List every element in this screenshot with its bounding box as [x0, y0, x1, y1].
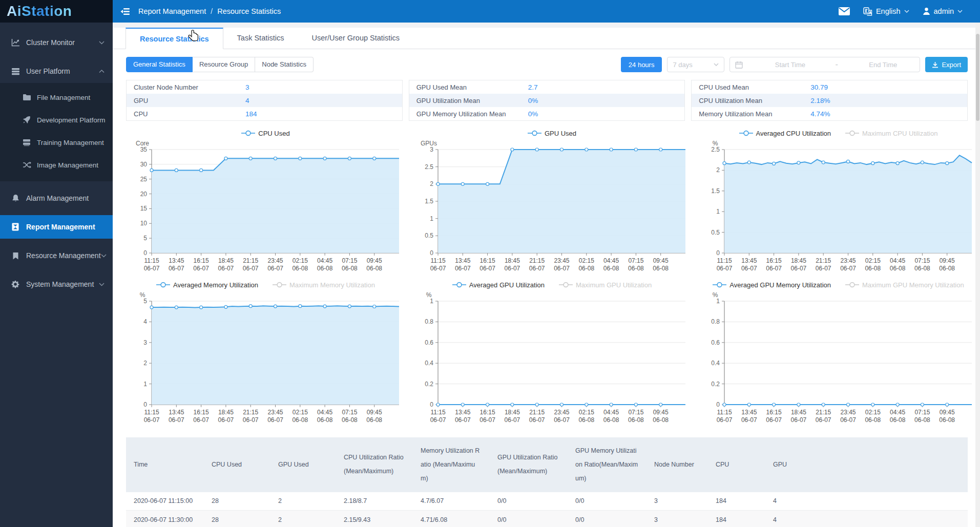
- sidebar-item-label: Development Platform: [37, 116, 106, 124]
- table-cell: 28: [204, 511, 270, 527]
- svg-text:21:15: 21:15: [243, 257, 258, 264]
- svg-text:06-07: 06-07: [267, 265, 283, 272]
- svg-text:18:45: 18:45: [505, 409, 520, 416]
- sidebar-item-label: Image Management: [37, 161, 98, 169]
- sidebar-item-resource-management[interactable]: Resource Management: [0, 244, 113, 267]
- language-label: English: [876, 7, 901, 15]
- export-button[interactable]: Export: [925, 57, 968, 72]
- sidebar-item-system-management[interactable]: System Management: [0, 272, 113, 296]
- sidebar-item-cluster-monitor[interactable]: Cluster Monitor: [0, 31, 113, 54]
- sidebar-item-user-platform[interactable]: User Platform: [0, 59, 113, 83]
- svg-text:23:45: 23:45: [267, 257, 283, 264]
- svg-text:09:45: 09:45: [367, 257, 382, 264]
- sidebar: AiStation Cluster MonitorUser PlatformFi…: [0, 0, 113, 527]
- svg-text:11:15: 11:15: [144, 257, 159, 264]
- range-24hours-button[interactable]: 24 hours: [621, 57, 662, 72]
- summary-label: Memory Utilization Mean: [699, 110, 810, 118]
- subtab-general-statistics[interactable]: General Statistics: [126, 57, 193, 72]
- svg-text:%: %: [713, 291, 718, 299]
- sidebar-item-development-platform[interactable]: Development Platform: [0, 109, 113, 131]
- tab-task-statistics[interactable]: Task Statistics: [223, 28, 298, 49]
- svg-text:%: %: [140, 291, 145, 299]
- table-cell: 2: [270, 511, 336, 527]
- svg-text:09:45: 09:45: [940, 409, 955, 416]
- svg-text:1: 1: [430, 298, 433, 305]
- legend-item-cpu-used[interactable]: CPU Used: [241, 130, 289, 137]
- svg-text:06-08: 06-08: [366, 416, 382, 424]
- svg-text:07:15: 07:15: [342, 409, 357, 416]
- summary-row-cpu-used-mean: CPU Used Mean30.79: [692, 80, 967, 94]
- legend-marker-icon: [241, 130, 255, 136]
- sidebar-item-image-management[interactable]: Image Management: [0, 154, 113, 176]
- range-7days-select[interactable]: 7 days: [667, 57, 724, 72]
- svg-text:06-08: 06-08: [890, 416, 906, 424]
- legend-item-averaged-memory-utilization[interactable]: Averaged Memory Utilization: [156, 281, 258, 289]
- summary-value: 0%: [528, 97, 538, 104]
- breadcrumb-parent[interactable]: Report Management: [138, 7, 206, 15]
- language-switcher[interactable]: English: [859, 7, 913, 16]
- svg-text:02:15: 02:15: [865, 409, 881, 416]
- export-label: Export: [942, 61, 961, 69]
- legend-item-maximum-cpu-utilization[interactable]: Maximum CPU Utilization: [845, 130, 937, 137]
- legend-marker-icon: [739, 130, 753, 136]
- svg-text:09:45: 09:45: [653, 409, 669, 416]
- svg-text:13:45: 13:45: [741, 257, 757, 264]
- sidebar-item-training-management[interactable]: Training Management: [0, 131, 113, 154]
- svg-text:06-07: 06-07: [267, 416, 283, 424]
- table-header-cell: GPU Memory Utilization Ratio(Mean/Maximu…: [568, 437, 647, 492]
- table-header-cell: CPU Used: [204, 437, 270, 492]
- sidebar-submenu: File ManagementDevelopment PlatformTrain…: [0, 83, 113, 181]
- svg-text:06-07: 06-07: [717, 265, 733, 272]
- subtab-resource-group[interactable]: Resource Group: [193, 57, 255, 72]
- legend-marker-icon: [452, 282, 466, 288]
- start-time-input[interactable]: [745, 61, 835, 69]
- folder-icon: [22, 93, 31, 102]
- collapse-menu-icon[interactable]: [120, 7, 130, 16]
- svg-text:06-08: 06-08: [628, 416, 644, 424]
- summary-label: Cluster Node Number: [134, 83, 245, 91]
- table-cell: 0/0: [490, 492, 568, 511]
- sidebar-item-file-management[interactable]: File Management: [0, 86, 113, 109]
- subtab-node-statistics[interactable]: Node Statistics: [255, 57, 314, 72]
- vertical-scrollbar[interactable]: [975, 23, 980, 527]
- chevron-down-icon: [957, 10, 963, 13]
- summary-label: GPU: [134, 97, 245, 104]
- legend-item-maximum-gpu-memory-utilization[interactable]: Maximum GPU Memory Utilization: [845, 281, 964, 289]
- legend-item-averaged-cpu-utilization[interactable]: Averaged CPU Utilization: [739, 130, 831, 137]
- sidebar-item-report-management[interactable]: Report Management: [0, 215, 113, 239]
- sidebar-item-label: Cluster Monitor: [26, 38, 75, 47]
- legend-item-averaged-gpu-memory-utilization[interactable]: Averaged GPU Memory Utilization: [713, 281, 831, 289]
- legend-item-gpu-used[interactable]: GPU Used: [528, 130, 576, 137]
- date-range-picker[interactable]: -: [729, 57, 920, 72]
- legend-item-maximum-memory-utilization[interactable]: Maximum Memory Utilization: [273, 281, 375, 289]
- svg-text:06-07: 06-07: [840, 265, 856, 272]
- legend-item-maximum-gpu-utilization[interactable]: Maximum GPU Utilization: [559, 281, 652, 289]
- svg-text:10: 10: [140, 220, 148, 227]
- svg-text:07:15: 07:15: [342, 257, 357, 264]
- scrollbar-thumb[interactable]: [976, 34, 979, 121]
- main-area: Resource StatisticsTask StatisticsUser/U…: [113, 23, 980, 527]
- svg-text:1: 1: [430, 215, 433, 222]
- user-menu[interactable]: admin: [919, 7, 967, 15]
- summary-row-gpu-utilization-mean: GPU Utilization Mean0%: [409, 94, 685, 107]
- svg-text:06-07: 06-07: [505, 416, 520, 424]
- svg-text:06-08: 06-08: [914, 416, 930, 424]
- chart-plot-gpu-memory-utilization: 00.20.40.60.81%11:1506-0713:4506-0716:15…: [699, 291, 978, 428]
- svg-text:09:45: 09:45: [367, 409, 382, 416]
- summary-row-cpu: CPU184: [127, 107, 402, 120]
- svg-text:1: 1: [716, 298, 720, 305]
- legend-item-averaged-gpu-utilization[interactable]: Averaged GPU Utilization: [452, 281, 545, 289]
- bookmark-icon: [11, 251, 20, 260]
- mail-icon[interactable]: [835, 7, 854, 15]
- username-label: admin: [934, 7, 954, 15]
- svg-text:06-08: 06-08: [865, 265, 881, 272]
- tab-resource-statistics[interactable]: Resource Statistics: [126, 28, 223, 49]
- svg-text:Core: Core: [136, 140, 149, 147]
- chevron-down-icon: [99, 41, 105, 45]
- end-time-input[interactable]: [838, 61, 928, 69]
- svg-text:23:45: 23:45: [267, 409, 283, 416]
- svg-text:06-07: 06-07: [791, 265, 807, 272]
- tab-user-user-group-statistics[interactable]: User/User Group Statistics: [298, 28, 413, 49]
- sidebar-item-alarm-management[interactable]: Alarm Management: [0, 186, 113, 210]
- svg-text:06-08: 06-08: [865, 416, 881, 424]
